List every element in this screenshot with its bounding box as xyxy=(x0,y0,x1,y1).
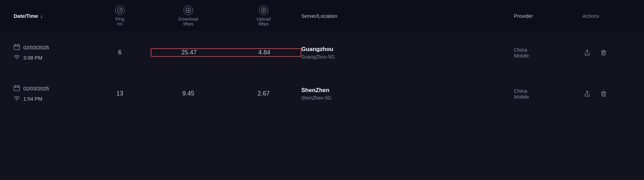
header-actions: Actions xyxy=(582,13,630,19)
header-download-label: Download xyxy=(178,16,198,22)
header-server: Server/Location xyxy=(301,13,514,19)
svg-point-1 xyxy=(119,10,121,11)
download-value-2: 9.45 xyxy=(182,90,194,97)
share-button-1[interactable] xyxy=(582,48,592,57)
header-ping-label: Ping xyxy=(115,16,124,22)
highlight-box-1: 25.47 4.84 xyxy=(151,48,301,57)
upload-value-2: 2.67 xyxy=(257,90,269,97)
header-ping: Ping ms xyxy=(89,5,151,26)
header-upload: Upload Mbps xyxy=(226,5,301,26)
table-row: 02/03/2025 3:08 PM 6 25.47 xyxy=(0,32,644,73)
delete-button-2[interactable] xyxy=(599,89,608,99)
cell-actions-2 xyxy=(582,89,630,99)
cell-server-2: ShenZhen ShenZhen-5G xyxy=(301,87,514,101)
date-item-2: 02/03/2025 xyxy=(14,85,89,92)
server-sub-1: GuangZhou-5G xyxy=(301,54,514,60)
provider-line2-2: Mobile xyxy=(514,94,582,100)
header-upload-unit: Mbps xyxy=(258,22,268,26)
cell-ping-2: 13 xyxy=(89,90,151,97)
provider-line2-1: Mobile xyxy=(514,53,582,59)
time-item-1: 3:08 PM xyxy=(14,54,89,62)
ping-value-2: 13 xyxy=(116,90,123,97)
calendar-icon-2 xyxy=(14,85,20,92)
cell-date-time-2: 02/03/2025 1:54 PM xyxy=(14,85,89,103)
time-value-2: 1:54 PM xyxy=(23,96,42,102)
cell-server-1: Guangzhou GuangZhou-5G xyxy=(301,46,514,60)
svg-rect-4 xyxy=(14,45,20,50)
date-value-1: 02/03/2025 xyxy=(23,44,49,50)
provider-line1-2: China xyxy=(514,88,582,94)
speed-test-table: Date/Time ↓ Ping ms Downl xyxy=(0,0,644,114)
share-button-2[interactable] xyxy=(582,89,592,99)
download-icon xyxy=(184,5,193,15)
header-download: Download Mbps xyxy=(151,5,226,26)
wifi-icon-1 xyxy=(14,54,20,62)
server-name-2: ShenZhen xyxy=(301,87,514,94)
time-value-1: 3:08 PM xyxy=(23,55,42,61)
cell-upload-2: 2.67 xyxy=(226,90,301,97)
sort-icon: ↓ xyxy=(40,13,43,19)
cell-provider-2: China Mobile xyxy=(514,88,582,100)
upload-icon xyxy=(259,5,268,15)
table-row: 02/03/2025 1:54 PM 13 9.45 2 xyxy=(0,73,644,114)
header-provider-label: Provider xyxy=(514,13,533,19)
svg-rect-6 xyxy=(14,86,20,91)
time-item-2: 1:54 PM xyxy=(14,95,89,103)
download-value-1: 25.47 xyxy=(181,49,197,56)
date-value-2: 02/03/2025 xyxy=(23,86,49,91)
cell-provider-1: China Mobile xyxy=(514,47,582,59)
wifi-icon-2 xyxy=(14,95,20,103)
svg-point-7 xyxy=(16,100,17,101)
server-name-1: Guangzhou xyxy=(301,46,514,53)
date-item-1: 02/03/2025 xyxy=(14,44,89,51)
provider-line1-1: China xyxy=(514,47,582,53)
calendar-icon xyxy=(14,44,20,51)
header-server-label: Server/Location xyxy=(301,13,337,19)
delete-button-1[interactable] xyxy=(599,48,608,57)
header-date-time-label: Date/Time xyxy=(14,13,38,19)
cell-actions-1 xyxy=(582,48,630,57)
header-date-time[interactable]: Date/Time ↓ xyxy=(14,13,89,19)
cell-upload-1: 4.84 xyxy=(227,49,302,56)
upload-value-1: 4.84 xyxy=(258,49,270,56)
cell-download-2: 9.45 xyxy=(151,90,226,97)
cell-download-1: 25.47 xyxy=(151,49,227,56)
table-header: Date/Time ↓ Ping ms Downl xyxy=(0,0,644,32)
header-upload-label: Upload xyxy=(256,16,270,22)
svg-point-5 xyxy=(16,59,17,60)
header-actions-label: Actions xyxy=(582,13,599,19)
header-provider: Provider xyxy=(514,13,582,19)
cell-ping-1: 6 xyxy=(89,49,151,56)
cell-date-time-1: 02/03/2025 3:08 PM xyxy=(14,44,89,62)
server-sub-2: ShenZhen-5G xyxy=(301,95,514,101)
header-ping-unit: ms xyxy=(117,22,123,26)
ping-value-1: 6 xyxy=(118,49,122,56)
header-download-unit: Mbps xyxy=(183,22,193,26)
ping-icon xyxy=(115,5,125,15)
